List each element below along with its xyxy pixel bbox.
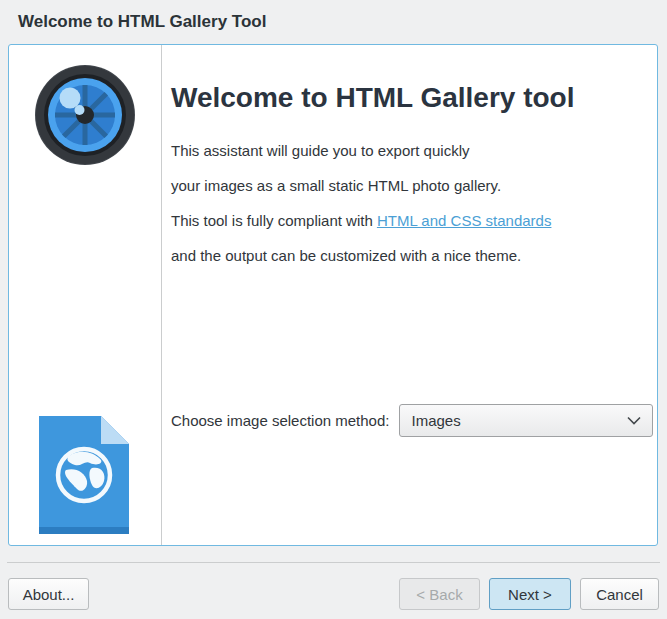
chevron-down-icon [627,416,641,425]
intro-line: and the output can be customized with a … [171,238,551,273]
selection-method-label: Choose image selection method: [171,412,389,429]
back-button[interactable]: < Back [399,578,480,610]
camera-lens-icon [33,63,137,167]
selection-method-row: Choose image selection method: Images [171,403,653,437]
intro-line: This assistant will guide you to export … [171,133,551,168]
cancel-button[interactable]: Cancel [580,578,659,610]
wizard-sidebar [9,45,162,545]
next-button[interactable]: Next > [489,578,571,610]
welcome-heading: Welcome to HTML Gallery tool [171,82,574,114]
html-document-globe-icon [39,416,129,534]
dropdown-selected-value: Images [411,412,460,429]
image-selection-dropdown[interactable]: Images [399,404,653,437]
footer-separator [7,562,660,563]
intro-line: This tool is fully compliant with HTML a… [171,203,551,238]
wizard-content: Welcome to HTML Gallery tool This assist… [162,45,657,545]
wizard-panel: Welcome to HTML Gallery tool This assist… [8,44,658,546]
intro-text: This assistant will guide you to export … [171,133,551,273]
html-css-standards-link[interactable]: HTML and CSS standards [377,212,552,229]
intro-line-text: This tool is fully compliant with [171,212,377,229]
page-title: Welcome to HTML Gallery Tool [18,0,266,44]
wizard-window: { "window": { "title": "Welcome to HTML … [0,0,667,619]
intro-line: your images as a small static HTML photo… [171,168,551,203]
navigation-buttons: < Back Next > Cancel [399,578,659,610]
about-button[interactable]: About... [8,578,89,610]
